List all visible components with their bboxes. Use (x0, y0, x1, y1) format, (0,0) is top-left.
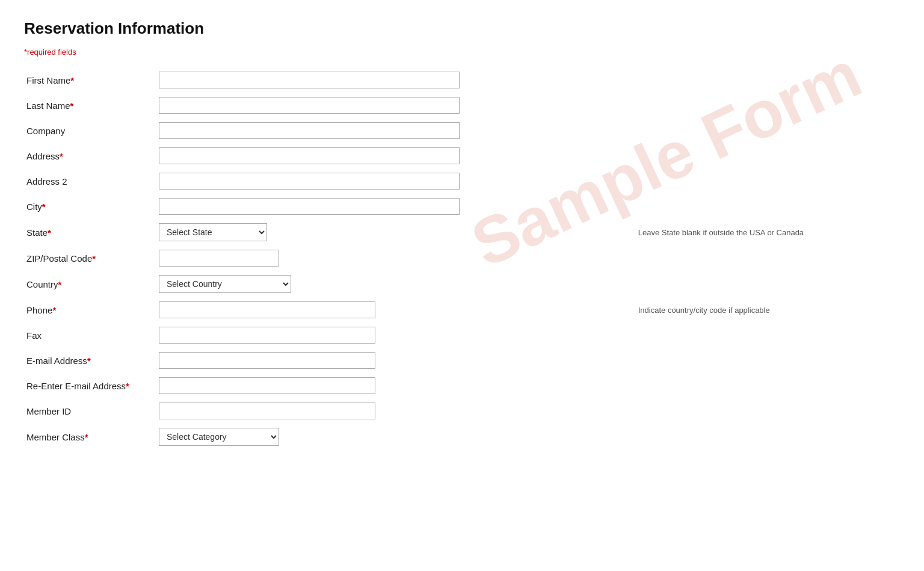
address-input[interactable] (159, 147, 460, 164)
zip-input-cell (156, 245, 636, 271)
address-required: * (60, 151, 63, 161)
city-required: * (42, 202, 46, 212)
phone-label: Phone* (24, 297, 156, 323)
city-label: City* (24, 194, 156, 219)
last-name-input-cell (156, 93, 636, 118)
page-title: Reservation Information (24, 19, 900, 38)
country-label: Country* (24, 271, 156, 297)
zip-label: ZIP/Postal Code* (24, 245, 156, 271)
first-name-row: First Name* (24, 67, 900, 93)
member-class-select[interactable]: Select Category (159, 428, 279, 446)
country-input-cell: Select Country (156, 271, 636, 297)
email-confirm-label: Re-Enter E-mail Address* (24, 373, 156, 398)
company-input[interactable] (159, 122, 460, 139)
email-label: E-mail Address* (24, 348, 156, 373)
member-id-label: Member ID (24, 398, 156, 424)
country-required: * (58, 279, 62, 289)
state-label: State* (24, 219, 156, 245)
state-hint: Leave State blank if outside the USA or … (636, 219, 900, 245)
email-confirm-row: Re-Enter E-mail Address* (24, 373, 900, 398)
email-row: E-mail Address* (24, 348, 900, 373)
reservation-form: First Name* Last Name* Company (24, 67, 900, 450)
zip-input[interactable] (159, 250, 279, 267)
first-name-input-cell (156, 67, 636, 93)
address-row: Address* (24, 143, 900, 168)
fax-input[interactable] (159, 327, 375, 344)
member-class-label: Member Class* (24, 424, 156, 450)
address2-row: Address 2 (24, 168, 900, 194)
email-required: * (87, 356, 91, 366)
last-name-row: Last Name* (24, 93, 900, 118)
company-input-cell (156, 118, 636, 143)
last-name-label: Last Name* (24, 93, 156, 118)
zip-required: * (92, 253, 96, 264)
phone-row: Phone* Indicate country/city code if app… (24, 297, 900, 323)
address-label: Address* (24, 143, 156, 168)
first-name-label: First Name* (24, 67, 156, 93)
member-class-required: * (85, 432, 88, 442)
last-name-required: * (70, 100, 74, 111)
address2-input[interactable] (159, 173, 460, 190)
email-input[interactable] (159, 352, 375, 369)
email-confirm-input-cell (156, 373, 636, 398)
phone-hint: Indicate country/city code if applicable (636, 297, 900, 323)
country-select[interactable]: Select Country (159, 275, 291, 293)
fax-label: Fax (24, 323, 156, 348)
address-input-cell (156, 143, 636, 168)
state-row: State* Select State Leave State blank if… (24, 219, 900, 245)
phone-input-cell (156, 297, 636, 323)
phone-input[interactable] (159, 301, 375, 318)
last-name-input[interactable] (159, 97, 460, 114)
country-row: Country* Select Country (24, 271, 900, 297)
email-confirm-input[interactable] (159, 377, 375, 394)
city-input-cell (156, 194, 636, 219)
state-input-cell: Select State (156, 219, 636, 245)
address2-label: Address 2 (24, 168, 156, 194)
member-id-input-cell (156, 398, 636, 424)
zip-row: ZIP/Postal Code* (24, 245, 900, 271)
member-id-row: Member ID (24, 398, 900, 424)
page-container: Sample Form Reservation Information *req… (0, 0, 924, 571)
required-note: *required fields (24, 48, 900, 57)
city-input[interactable] (159, 198, 460, 215)
city-row: City* (24, 194, 900, 219)
phone-required: * (52, 305, 56, 315)
member-class-input-cell: Select Category (156, 424, 636, 450)
state-select[interactable]: Select State (159, 223, 267, 241)
member-class-row: Member Class* Select Category (24, 424, 900, 450)
address2-input-cell (156, 168, 636, 194)
member-id-input[interactable] (159, 403, 375, 419)
first-name-required: * (70, 75, 74, 85)
email-confirm-required: * (126, 381, 129, 391)
company-row: Company (24, 118, 900, 143)
fax-input-cell (156, 323, 636, 348)
state-required: * (48, 227, 51, 238)
fax-row: Fax (24, 323, 900, 348)
company-label: Company (24, 118, 156, 143)
email-input-cell (156, 348, 636, 373)
first-name-input[interactable] (159, 72, 460, 88)
